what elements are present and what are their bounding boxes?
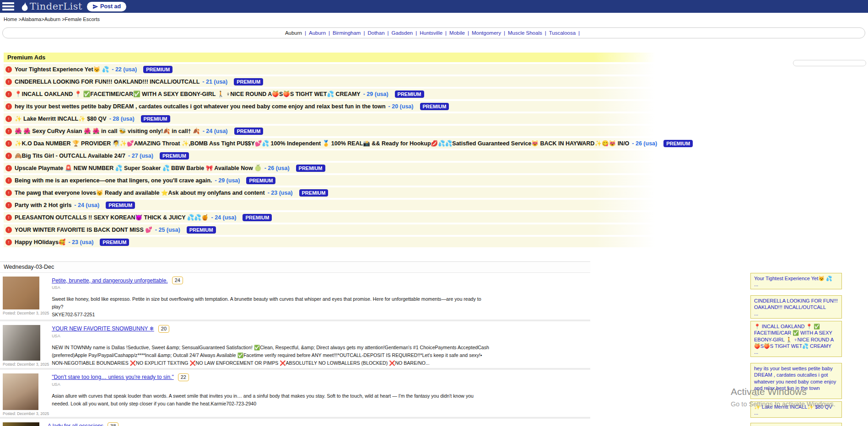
brand-logo[interactable]: TinderList: [21, 1, 82, 12]
sidebar-ad[interactable]: Your Tightest Experience Yet😼 💦 ...: [750, 273, 842, 289]
sidebar-ad[interactable]: CINDERELLA LOOKING FOR FUN!!! OAKLAND!!!…: [750, 295, 842, 319]
paper-plane-icon: [92, 4, 98, 10]
premium-ad-row[interactable]: ↑ Your Tightest Experience Yet😼 💦 - 22 (…: [4, 64, 655, 75]
premium-ad-title[interactable]: Your Tightest Experience Yet😼 💦: [15, 66, 109, 73]
premium-ad-row[interactable]: ↑ YOUR WINTER FAVORITE IS BACK DONT MISS…: [4, 224, 655, 235]
premium-ad-row[interactable]: ↑ PLEASANTON OUTCALLS !! SEXY KOREAN😈 TH…: [4, 212, 655, 223]
premium-ad-row[interactable]: ↑ 🙈Big Tits Girl - OUTCALL Available 24/…: [4, 150, 655, 161]
mini-scrollbar[interactable]: [793, 60, 866, 66]
sidebar-ad[interactable]: [750, 423, 842, 426]
listing-title-link[interactable]: YOUR NEW FAVORITE SNOWBUNNY ❄: [52, 325, 154, 332]
listing-description: NEW IN TOWNMy name is Dallas !Seductive,…: [52, 344, 491, 367]
separator: |: [545, 30, 546, 36]
premium-ad-meta: - 24 (usa): [203, 128, 228, 134]
up-arrow-icon: ↑: [5, 79, 12, 85]
sidebar-ad[interactable]: 📍 INCALL OAKLAND 📍 ✅ FACETIME/CAR ✅ WITH…: [750, 321, 842, 357]
premium-ad-title[interactable]: 🙈Big Tits Girl - OUTCALL Available 24/7: [15, 152, 125, 159]
listing-phone: SKYE702-577-2251: [52, 311, 590, 319]
premium-ad-title[interactable]: ✨ Lake Merritt INCALL✨ $80 QV: [15, 115, 107, 122]
premium-ad-meta: - 21 (usa): [202, 79, 227, 85]
city-link-birmingham[interactable]: Birmingham: [333, 30, 361, 36]
premium-ad-title[interactable]: YOUR WINTER FAVORITE IS BACK DONT MISS 💕: [15, 226, 152, 233]
up-arrow-icon: ↑: [5, 190, 12, 196]
premium-ad-row[interactable]: ↑ The pawg that everyone loves😼 Ready an…: [4, 187, 655, 198]
premium-ad-title[interactable]: The pawg that everyone loves😼 Ready and …: [15, 189, 265, 196]
sidebar-ad-more: ...: [754, 349, 838, 355]
premium-ad-title[interactable]: hey its your best wettes petite baby DRE…: [15, 103, 386, 110]
age-badge: 20: [158, 325, 169, 333]
premium-badge: PREMIUM: [296, 165, 325, 172]
up-arrow-icon: ↑: [5, 239, 12, 245]
premium-ad-row[interactable]: ↑ Upscale Playmate 🚨 NEW NUMBER 💦 Super …: [4, 163, 655, 173]
premium-ad-row[interactable]: ↑ CINDERELLA LOOKING FOR FUN!!! OAKLAND!…: [4, 76, 655, 87]
city-link-muscle-shoals[interactable]: Muscle Shoals: [508, 30, 542, 36]
listing-title-link[interactable]: A lady for all occasions: [48, 423, 103, 426]
premium-badge: PREMIUM: [143, 66, 173, 73]
separator: |: [305, 30, 306, 36]
listing-title-link[interactable]: "Don't stare too long… unless you're rea…: [52, 374, 174, 380]
city-link-gadsden[interactable]: Gadsden: [392, 30, 413, 36]
listing-photo[interactable]: [3, 277, 39, 309]
up-arrow-icon: ↑: [5, 116, 12, 122]
premium-badge: PREMIUM: [299, 189, 329, 197]
hamburger-menu-icon[interactable]: [2, 2, 14, 11]
sidebar-ad-title[interactable]: hey its your best wettes petite baby DRE…: [754, 365, 838, 391]
listing-photo[interactable]: [3, 325, 40, 361]
premium-ad-row[interactable]: ↑ Happy HOlidays🥰 - 23 (usa) PREMIUM: [4, 237, 655, 247]
premium-ad-row[interactable]: ↑ hey its your best wettes petite baby D…: [4, 101, 655, 112]
sidebar-ad[interactable]: hey its your best wettes petite baby DRE…: [750, 363, 842, 399]
city-link-tuscaloosa[interactable]: Tuscaloosa: [549, 30, 576, 36]
up-arrow-icon: ↑: [5, 66, 12, 73]
premium-ad-title[interactable]: PLEASANTON OUTCALLS !! SEXY KOREAN😈 THIC…: [15, 214, 209, 221]
premium-ad-row[interactable]: ↑ 🌺 🌺 Sexy CuRvy Asian 🌺 🌺 in call 🐝 vis…: [4, 126, 655, 136]
separator: |: [445, 30, 447, 36]
separator: |: [329, 30, 330, 36]
premium-badge: PREMIUM: [141, 115, 170, 122]
premium-ad-meta: - 24 (usa): [74, 202, 99, 208]
city-link-huntsville[interactable]: Huntsville: [420, 30, 442, 36]
up-arrow-icon: ↑: [5, 165, 12, 171]
separator: |: [504, 30, 505, 36]
sidebar-ad-title[interactable]: ✨ Lake Merritt INCALL✨ $80 QV: [754, 404, 838, 410]
listing-description: Sweet like honey, bold like espresso. Pe…: [52, 295, 491, 311]
city-link-dothan[interactable]: Dothan: [367, 30, 384, 36]
premium-ad-title[interactable]: Upscale Playmate 🚨 NEW NUMBER 💦 Super So…: [15, 165, 262, 171]
premium-ad-title[interactable]: 📍INCALL OAKLAND 📍 ✅FACETIME/CAR✅ WITH A …: [15, 91, 361, 97]
premium-ad-row[interactable]: ↑ Being with me is an experience—one tha…: [4, 175, 655, 186]
premium-ad-title[interactable]: Party with 2 Hot girls: [15, 202, 71, 208]
separator: |: [388, 30, 389, 36]
premium-ad-row[interactable]: ↑ 📍INCALL OAKLAND 📍 ✅FACETIME/CAR✅ WITH …: [4, 89, 655, 99]
listing-photo[interactable]: [3, 373, 38, 410]
sidebar-ad-title[interactable]: 📍 INCALL OAKLAND 📍 ✅ FACETIME/CAR ✅ WITH…: [754, 323, 838, 349]
premium-ad-title[interactable]: ✨K.O Daa NUMBER 🏆 PROVIDER 🧖✨💕AMAZING Th…: [15, 140, 629, 147]
city-link-mobile[interactable]: Mobile: [449, 30, 465, 36]
premium-ad-row[interactable]: ↑ Party with 2 Hot girls - 24 (usa) PREM…: [4, 200, 655, 210]
premium-badge: PREMIUM: [246, 177, 275, 184]
up-arrow-icon: ↑: [5, 202, 12, 208]
premium-ad-title[interactable]: 🌺 🌺 Sexy CuRvy Asian 🌺 🌺 in call 🐝 visit…: [15, 128, 200, 134]
sidebar-ad-title[interactable]: Your Tightest Experience Yet😼 💦: [754, 275, 838, 282]
premium-ad-title[interactable]: CINDERELLA LOOKING FOR FUN!!! OAKLAND!!!…: [15, 79, 199, 85]
city-link-montgomery[interactable]: Montgomery: [472, 30, 501, 36]
posted-date: Posted: December 3, 2025: [3, 411, 49, 416]
listing-description: Asian allure with curves that speak loud…: [52, 392, 491, 408]
city-current: Auburn: [285, 30, 302, 36]
sidebar-ad[interactable]: ✨ Lake Merritt INCALL✨ $80 QV ...: [750, 401, 842, 418]
premium-ad-row[interactable]: ↑ ✨K.O Daa NUMBER 🏆 PROVIDER 🧖✨💕AMAZING …: [4, 138, 655, 149]
listing-photo[interactable]: [3, 422, 39, 426]
premium-ad-row[interactable]: ↑ ✨ Lake Merritt INCALL✨ $80 QV - 28 (us…: [4, 113, 655, 124]
up-arrow-icon: ↑: [5, 214, 12, 221]
brand-name: TinderList: [30, 1, 82, 12]
premium-ad-title[interactable]: Being with me is an experience—one that …: [15, 177, 212, 184]
listing-country: USA: [52, 285, 590, 290]
post-ad-button[interactable]: Post ad: [87, 2, 126, 11]
listing-title-link[interactable]: Petite, brunette, and dangerously unforg…: [52, 277, 168, 284]
premium-badge: PREMIUM: [663, 140, 693, 147]
separator: |: [415, 30, 417, 36]
city-link-auburn[interactable]: Auburn: [309, 30, 326, 36]
premium-ad-title[interactable]: Happy HOlidays🥰: [15, 239, 65, 245]
premium-ad-meta: - 29 (usa): [215, 177, 240, 184]
date-header: Wednesday-03-Dec: [0, 261, 590, 273]
sidebar-ad-more: ...: [754, 311, 838, 316]
sidebar-ad-title[interactable]: CINDERELLA LOOKING FOR FUN!!! OAKLAND!!!…: [754, 298, 838, 311]
